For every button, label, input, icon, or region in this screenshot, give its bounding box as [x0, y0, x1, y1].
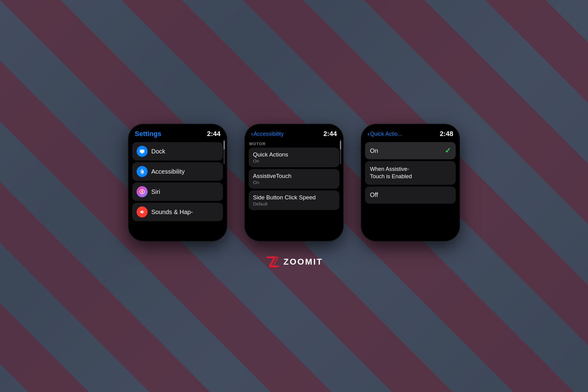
scrollbar-track — [224, 140, 225, 164]
option-on-label: On — [370, 147, 378, 154]
side-button-title: Side Button Click Speed — [253, 194, 316, 201]
settings-time: 2:44 — [207, 130, 221, 138]
accessibility-scrollbar-thumb — [340, 141, 341, 149]
svg-point-7 — [141, 190, 143, 194]
option-on[interactable]: On ✓ — [365, 142, 456, 159]
settings-header: Settings 2:44 — [129, 124, 227, 141]
quick-actions-subtitle: On — [253, 158, 288, 164]
siri-label: Siri — [151, 188, 160, 195]
dock-icon — [137, 146, 148, 157]
assistive-touch-group: AssistiveTouch On — [253, 173, 292, 185]
svg-marker-8 — [141, 210, 143, 214]
quick-actions-header: ‹ Quick Actio... 2:48 — [361, 124, 459, 141]
side-button-item[interactable]: Side Button Click Speed Default — [249, 190, 339, 210]
quick-actions-screen: ‹ Quick Actio... 2:48 On ✓ When Assistiv… — [361, 124, 459, 241]
svg-rect-3 — [140, 150, 145, 153]
quick-actions-back-chevron: ‹ — [368, 131, 369, 137]
watches-container: Settings 2:44 Dock — [129, 124, 459, 241]
svg-rect-4 — [141, 153, 143, 154]
settings-screen: Settings 2:44 Dock — [129, 124, 227, 241]
logo-container: ZOOMIT — [265, 256, 323, 268]
dock-label: Dock — [151, 148, 165, 155]
quick-actions-option-list: On ✓ When Assistive-Touch is Enabled Off — [361, 141, 459, 205]
accessibility-screen: ‹ Accessibility 2:44 MOTOR Quick Actions… — [245, 124, 343, 241]
siri-icon — [137, 186, 148, 197]
checkmark-icon: ✓ — [445, 146, 451, 155]
accessibility-menu-list: Quick Actions On AssistiveTouch On Side … — [245, 146, 343, 211]
accessibility-label: Accessibility — [151, 168, 185, 175]
settings-item-dock[interactable]: Dock — [132, 142, 223, 160]
sounds-label: Sounds & Hap- — [151, 209, 193, 216]
quick-actions-time: 2:48 — [440, 130, 453, 138]
quick-actions-back-btn[interactable]: ‹ Quick Actio... — [368, 131, 402, 137]
option-off-label: Off — [370, 191, 378, 198]
settings-item-siri[interactable]: Siri — [132, 183, 223, 201]
quick-actions-group: Quick Actions On — [253, 151, 288, 164]
settings-item-accessibility[interactable]: Accessibility — [132, 162, 223, 181]
scrollbar-thumb — [224, 141, 225, 149]
settings-menu-list: Dock Accessibility — [129, 141, 227, 222]
accessibility-scrollbar — [340, 140, 341, 164]
accessibility-back-label: Accessibility — [254, 131, 284, 137]
motor-section-label: MOTOR — [245, 140, 270, 147]
svg-point-5 — [141, 169, 143, 170]
accessibility-back-btn[interactable]: ‹ Accessibility — [251, 131, 284, 137]
accessibility-section-label: MOTOR — [245, 141, 343, 146]
back-chevron-icon: ‹ — [251, 131, 253, 137]
accessibility-header: ‹ Accessibility 2:44 — [245, 124, 343, 141]
side-button-subtitle: Default — [253, 201, 316, 206]
quick-actions-back-label: Quick Actio... — [370, 131, 402, 137]
zoomit-logo-icon — [265, 256, 280, 268]
option-assistive[interactable]: When Assistive-Touch is Enabled — [365, 161, 456, 185]
settings-title: Settings — [135, 130, 161, 138]
option-off[interactable]: Off — [365, 187, 456, 204]
assistive-touch-item[interactable]: AssistiveTouch On — [249, 169, 339, 189]
accessibility-icon — [137, 166, 148, 177]
option-assistive-label: When Assistive-Touch is Enabled — [370, 165, 412, 180]
sounds-icon — [137, 206, 148, 217]
side-button-group: Side Button Click Speed Default — [253, 194, 316, 206]
accessibility-time: 2:44 — [323, 130, 337, 138]
zoomit-logo-text: ZOOMIT — [283, 257, 323, 267]
quick-actions-item[interactable]: Quick Actions On — [249, 148, 339, 167]
quick-actions-title: Quick Actions — [253, 151, 288, 158]
assistive-touch-title: AssistiveTouch — [253, 173, 292, 179]
settings-item-sounds[interactable]: Sounds & Hap- — [132, 203, 223, 221]
assistive-touch-subtitle: On — [253, 180, 292, 185]
